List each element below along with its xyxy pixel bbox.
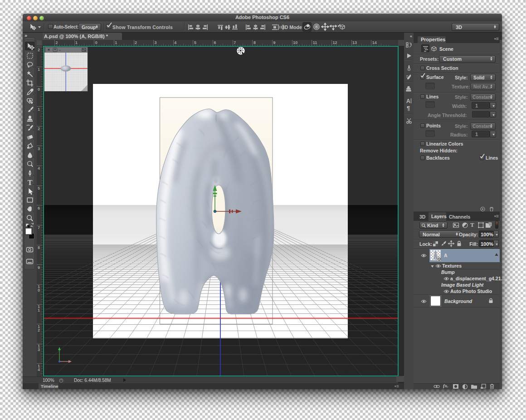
svg-text:¶: ¶	[407, 105, 410, 112]
svg-text:T: T	[28, 178, 33, 186]
svg-text:A: A	[406, 98, 410, 104]
